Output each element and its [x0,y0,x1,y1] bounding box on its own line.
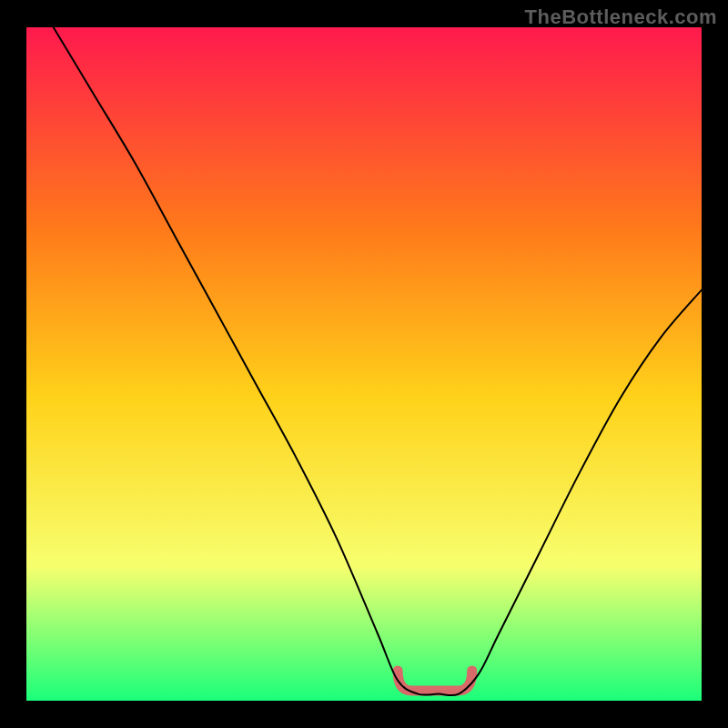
watermark-text: TheBottleneck.com [525,5,717,29]
chart-frame: TheBottleneck.com [0,0,728,728]
plot-area [26,27,702,701]
bottleneck-chart [26,27,702,701]
